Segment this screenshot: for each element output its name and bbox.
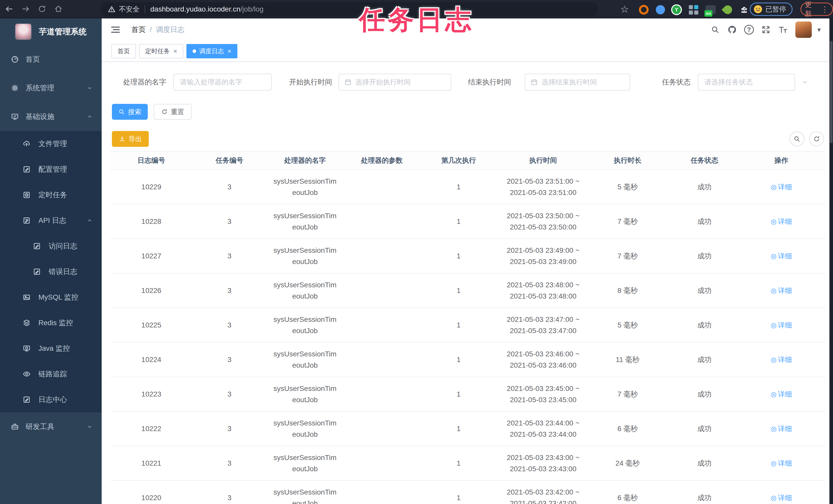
sidebar-toggle-icon[interactable] xyxy=(110,25,121,35)
cell-execute-time: 2021-05-03 23:50:00 ~2021-05-03 23:50:00 xyxy=(497,210,589,233)
user-menu-caret-icon[interactable]: ▾ xyxy=(817,26,821,34)
table-header-row: 日志编号 任务编号 处理器的名字 处理器的参数 第几次执行 执行时间 执行时长 … xyxy=(110,151,825,170)
sidebar-item-error-log[interactable]: 错误日志 xyxy=(0,259,102,284)
detail-link[interactable]: ◎详细 xyxy=(771,216,792,227)
scrollbar-thumb[interactable] xyxy=(830,41,832,143)
cell-log-id: 10223 xyxy=(110,388,192,400)
detail-link[interactable]: ◎详细 xyxy=(771,250,792,262)
browser-update-button[interactable]: 更新 ⋮ xyxy=(801,3,833,16)
cell-log-id: 10221 xyxy=(110,458,192,469)
browser-menu-dots-icon[interactable]: ⋮ xyxy=(821,5,829,14)
sidebar-item-api-log[interactable]: API 日志 xyxy=(0,208,102,233)
cell-execute-time: 2021-05-03 23:51:00 ~2021-05-03 23:51:00 xyxy=(497,176,589,198)
start-time-input[interactable] xyxy=(352,74,452,90)
export-button[interactable]: 导出 xyxy=(112,131,149,147)
sidebar-item-system-management[interactable]: 系统管理 xyxy=(0,74,102,102)
detail-link[interactable]: ◎详细 xyxy=(771,458,792,469)
address-bar[interactable]: 不安全 dashboard.yudao.iocoder.cn /job/log xyxy=(100,2,598,16)
extension-on-badge-icon[interactable]: on xyxy=(705,4,716,15)
bookmark-star-icon[interactable]: ☆ xyxy=(620,4,629,15)
cell-handler-name: sysUserSessionTimeoutJob xyxy=(267,452,343,475)
tab-job-log-active[interactable]: 调度日志 × xyxy=(186,44,237,58)
sidebar-item-access-log[interactable]: 访问日志 xyxy=(0,233,102,259)
detail-link[interactable]: ◎详细 xyxy=(771,388,792,400)
detail-link[interactable]: ◎详细 xyxy=(771,492,792,503)
cell-job-id: 3 xyxy=(192,458,267,469)
detail-link[interactable]: ◎详细 xyxy=(771,181,792,193)
sidebar-item-scheduled-tasks[interactable]: 定时任务 xyxy=(0,182,102,208)
extension-orange-ring-icon[interactable] xyxy=(638,4,649,15)
handler-name-input-wrap xyxy=(173,74,272,91)
cell-duration: 7 毫秒 xyxy=(589,388,666,400)
search-button[interactable]: 搜索 xyxy=(112,104,148,120)
cell-duration: 6 毫秒 xyxy=(589,492,666,503)
detail-link[interactable]: ◎详细 xyxy=(771,423,792,434)
extension-blue-drop-icon[interactable] xyxy=(655,4,666,15)
cell-execute-index: 1 xyxy=(420,320,497,331)
sidebar-item-file-management[interactable]: 文件管理 xyxy=(0,131,102,157)
cell-handler-name: sysUserSessionTimeoutJob xyxy=(267,176,343,198)
cell-log-id: 10229 xyxy=(110,181,192,193)
help-icon[interactable]: ? xyxy=(741,21,758,38)
sidebar-item-redis-monitor[interactable]: Redis 监控 xyxy=(0,310,102,336)
browser-reload-button[interactable] xyxy=(35,2,49,16)
eye-icon: ◎ xyxy=(771,320,777,331)
font-size-icon[interactable] xyxy=(775,21,791,38)
refresh-table-tool-button[interactable] xyxy=(809,131,824,146)
cell-execute-index: 1 xyxy=(420,181,497,193)
detail-link[interactable]: ◎详细 xyxy=(771,320,792,331)
tab-home[interactable]: 首页 xyxy=(111,44,136,58)
job-status-select-input[interactable] xyxy=(698,74,801,90)
cell-duration: 11 毫秒 xyxy=(589,354,666,366)
sidebar-item-mysql-monitor[interactable]: MySQL 监控 xyxy=(0,284,102,310)
tab-scheduled-tasks[interactable]: 定时任务 × xyxy=(139,44,183,58)
extension-leaf-icon[interactable] xyxy=(722,4,733,15)
sidebar-item-java-monitor[interactable]: Java 监控 xyxy=(0,336,102,361)
browser-home-button[interactable] xyxy=(51,2,66,16)
cell-execute-time: 2021-05-03 23:48:00 ~2021-05-03 23:48:00 xyxy=(497,279,589,302)
chevron-up-icon xyxy=(86,217,93,224)
cell-duration: 5 毫秒 xyxy=(589,320,666,331)
github-icon[interactable] xyxy=(724,21,741,38)
cell-execute-time: 2021-05-03 23:47:00 ~2021-05-03 23:47:00 xyxy=(497,314,589,336)
paused-extension-badge[interactable]: 已暂停 xyxy=(750,3,792,16)
cell-duration: 6 毫秒 xyxy=(589,423,666,434)
extension-puzzle-icon[interactable] xyxy=(738,4,750,15)
breadcrumb-home[interactable]: 首页 xyxy=(132,25,146,34)
cell-action: ◎详细 xyxy=(743,285,820,296)
job-status-select[interactable] xyxy=(698,74,795,91)
reset-button[interactable]: 重置 xyxy=(153,104,192,120)
tab-close-icon[interactable]: × xyxy=(228,47,231,55)
sidebar-item-config-management[interactable]: 配置管理 xyxy=(0,157,102,182)
eye-icon: ◎ xyxy=(771,458,777,469)
toggle-search-tool-button[interactable] xyxy=(789,131,804,146)
handler-name-input[interactable] xyxy=(174,74,277,90)
sidebar-item-infrastructure[interactable]: 基础设施 xyxy=(0,102,102,131)
browser-forward-button[interactable] xyxy=(19,2,33,16)
cell-job-id: 3 xyxy=(192,423,267,434)
header-search-icon[interactable] xyxy=(707,21,724,38)
insecure-warning-icon xyxy=(108,5,116,13)
sidebar-item-home[interactable]: 首页 xyxy=(0,45,102,74)
detail-link[interactable]: ◎详细 xyxy=(771,354,792,366)
extension-grid-icon[interactable] xyxy=(688,4,699,15)
end-time-input[interactable] xyxy=(538,74,638,90)
eye-icon: ◎ xyxy=(771,216,777,227)
tab-close-icon[interactable]: × xyxy=(173,47,177,55)
sidebar-item-log-center[interactable]: 日志中心 xyxy=(0,387,102,412)
redis-layers-icon xyxy=(23,319,31,327)
active-tab-dot xyxy=(193,49,196,53)
cell-action: ◎详细 xyxy=(743,354,820,366)
cell-status: 成功 xyxy=(666,388,743,400)
page-scrollbar[interactable] xyxy=(829,19,833,504)
detail-link[interactable]: ◎详细 xyxy=(771,285,792,296)
cell-handler-name: sysUserSessionTimeoutJob xyxy=(267,486,343,504)
browser-back-button[interactable] xyxy=(2,2,16,16)
sidebar-item-trace[interactable]: 链路追踪 xyxy=(0,361,102,387)
user-avatar[interactable] xyxy=(795,22,812,38)
extension-y-icon[interactable] xyxy=(671,4,682,15)
cell-action: ◎详细 xyxy=(743,216,820,227)
fullscreen-icon[interactable] xyxy=(758,21,775,38)
sidebar-item-dev-tools[interactable]: 研发工具 xyxy=(0,412,102,441)
eye-icon: ◎ xyxy=(771,285,777,296)
